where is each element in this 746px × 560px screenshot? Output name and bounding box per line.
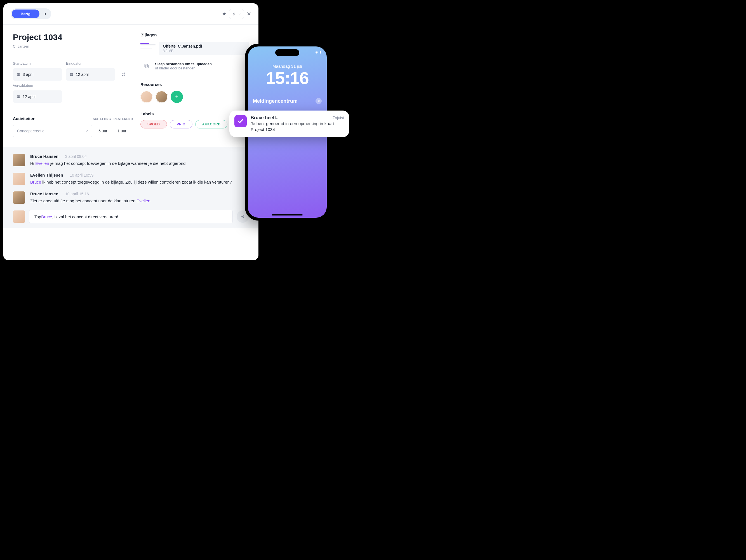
sync-icon: [121, 72, 125, 77]
composer-mention: Bruce: [41, 214, 52, 219]
composer-input[interactable]: Top Bruce , ik zal het concept direct ve…: [29, 210, 233, 223]
comments-section: Bruce Hansen3 april 09:04Hi Evelien je m…: [3, 147, 258, 228]
dates-grid: Startdatum ▦ 3 april Einddatum ▦ 12 apri…: [13, 61, 130, 103]
star-icon: ★: [222, 11, 226, 17]
comment-time: 10 april 15:16: [65, 192, 89, 196]
card-toolbar: Bezig ★ ✕: [3, 3, 258, 25]
status-advance-button[interactable]: [40, 10, 50, 18]
activities-col-estimate: SCHATTING: [93, 117, 110, 121]
comment-item: Bruce Hansen10 april 15:16Ziet er goed u…: [13, 191, 249, 204]
label-akkoord[interactable]: AKKOORD: [195, 120, 228, 129]
add-resource-button[interactable]: +: [171, 91, 183, 103]
project-owner: C. Janzen: [13, 44, 130, 49]
notification-center-close[interactable]: ✕: [316, 98, 322, 104]
comment-mention[interactable]: Bruce: [30, 180, 41, 185]
upload-line1: Sleep bestanden om te uploaden: [155, 62, 212, 66]
phone-notch: [275, 49, 299, 56]
start-date-field: Startdatum ▦ 3 april: [13, 61, 62, 81]
comment-mention[interactable]: Evelien: [35, 161, 49, 166]
comment-text-post: ik heb het concept toegevoegd in de bijl…: [41, 180, 232, 185]
comment-text-pre: Hi: [30, 161, 35, 166]
comment-body: Bruce Hansen10 april 15:16Ziet er goed u…: [30, 191, 150, 204]
attachment-body: Offerte_C.Janzen.pdf 8.8 MB: [159, 42, 249, 55]
due-date-input[interactable]: ▦ 12 april: [13, 90, 62, 103]
bolt-icon: [232, 12, 236, 16]
comment-author: Bruce Hansen: [30, 191, 58, 196]
comment-author: Bruce Hansen: [30, 154, 58, 159]
start-date-label: Startdatum: [13, 61, 62, 65]
end-date-value: 12 april: [76, 72, 89, 77]
left-column: Project 1034 C. Janzen Startdatum ▦ 3 ap…: [13, 32, 130, 137]
home-indicator: [272, 214, 303, 216]
project-title: Project 1034: [13, 32, 130, 42]
svg-rect-1: [145, 64, 147, 67]
comment-item: Evelien Thijssen10 april 10:59Bruce ik h…: [13, 173, 249, 185]
comment-text-post: je mag het concept toevoegen in de bijla…: [49, 161, 186, 166]
document-icon: [140, 43, 155, 54]
status-pill[interactable]: Bezig: [11, 8, 51, 19]
comment-item: Bruce Hansen3 april 09:04Hi Evelien je m…: [13, 154, 249, 167]
notification-center-title: Meldingencentrum: [253, 98, 316, 104]
calendar-icon: ▦: [70, 73, 73, 76]
resources-title: Resources: [140, 82, 249, 87]
comment-text: Hi Evelien je mag het concept toevoegen …: [30, 160, 185, 167]
comment-author: Evelien Thijssen: [30, 173, 63, 177]
activity-select[interactable]: Concept creatie: [13, 125, 92, 137]
resources-section: Resources +: [140, 82, 249, 103]
comment-text: Bruce ik heb het concept toegevoegd in d…: [30, 179, 232, 185]
due-date-field: Vervaldatum ▦ 12 april: [13, 83, 62, 103]
dates-sync-button[interactable]: [119, 70, 127, 79]
upload-dropzone[interactable]: Sleep bestanden om te uploaden of blader…: [140, 58, 249, 74]
card-main: Project 1034 C. Janzen Startdatum ▦ 3 ap…: [3, 25, 258, 137]
comment-time: 10 april 10:59: [70, 173, 94, 177]
due-date-label: Vervaldatum: [13, 83, 62, 88]
actions-dropdown[interactable]: [229, 9, 244, 19]
plus-icon: +: [175, 94, 178, 100]
send-icon: [240, 214, 245, 219]
activity-remaining: 1 uur: [114, 125, 130, 137]
close-icon: ✕: [247, 11, 251, 17]
push-notification[interactable]: Bruce heeft.. Zojuist Je bent genoemd in…: [229, 111, 349, 137]
start-date-input[interactable]: ▦ 3 april: [13, 68, 62, 81]
close-button[interactable]: ✕: [247, 11, 251, 17]
end-date-field: Einddatum ▦ 12 april: [66, 61, 115, 81]
upload-line2: of blader door bestanden: [155, 66, 212, 70]
activity-estimate: 6 uur: [94, 125, 111, 137]
phone-status-icons: ◉ ▮: [315, 50, 321, 54]
notification-title: Bruce heeft..: [251, 115, 333, 120]
attachment-name: Offerte_C.Janzen.pdf: [163, 44, 245, 49]
battery-icon: ▮: [319, 50, 321, 54]
chevron-down-icon: [238, 12, 241, 15]
end-date-input[interactable]: ▦ 12 april: [66, 68, 115, 81]
activities-title: Activiteiten: [13, 116, 89, 121]
attachments-title: Bijlagen: [140, 32, 249, 37]
lockscreen-time: 15:16: [248, 68, 327, 88]
calendar-icon: ▦: [17, 73, 20, 76]
resource-avatar[interactable]: [155, 91, 168, 103]
comment-time: 3 april 09:04: [65, 154, 87, 159]
favorite-button[interactable]: ★: [222, 11, 226, 17]
activities-row: Concept creatie 6 uur 1 uur: [13, 125, 130, 137]
label-spoed[interactable]: SPOED: [140, 120, 167, 129]
comment-mention[interactable]: Evelien: [137, 198, 150, 203]
end-date-label: Einddatum: [66, 61, 115, 65]
calendar-icon: ▦: [17, 94, 20, 99]
resource-avatar[interactable]: [140, 91, 153, 103]
activity-selected: Concept creatie: [17, 129, 85, 133]
comment-body: Evelien Thijssen10 april 10:59Bruce ik h…: [30, 173, 232, 185]
activities-col-remaining: RESTEREND: [114, 117, 130, 121]
composer-text-post: , ik zal het concept direct versturen!: [52, 214, 118, 219]
label-prio[interactable]: PRIO: [170, 120, 193, 129]
notification-time: Zojuist: [333, 116, 344, 120]
comment-avatar: [13, 191, 25, 204]
wifi-icon: ◉: [315, 50, 318, 54]
activities-header: Activiteiten SCHATTING RESTEREND: [13, 116, 130, 121]
attachment-item[interactable]: Offerte_C.Janzen.pdf 8.8 MB: [140, 42, 249, 55]
resources-list: +: [140, 91, 249, 103]
status-label: Bezig: [12, 9, 39, 18]
due-date-value: 12 april: [23, 94, 35, 99]
notification-app-icon: [234, 115, 247, 127]
comment-text-pre: Ziet er goed uit! Je mag het concept naa…: [30, 198, 137, 203]
comment-composer: Top Bruce , ik zal het concept direct ve…: [13, 210, 249, 223]
close-icon: ✕: [317, 100, 320, 103]
